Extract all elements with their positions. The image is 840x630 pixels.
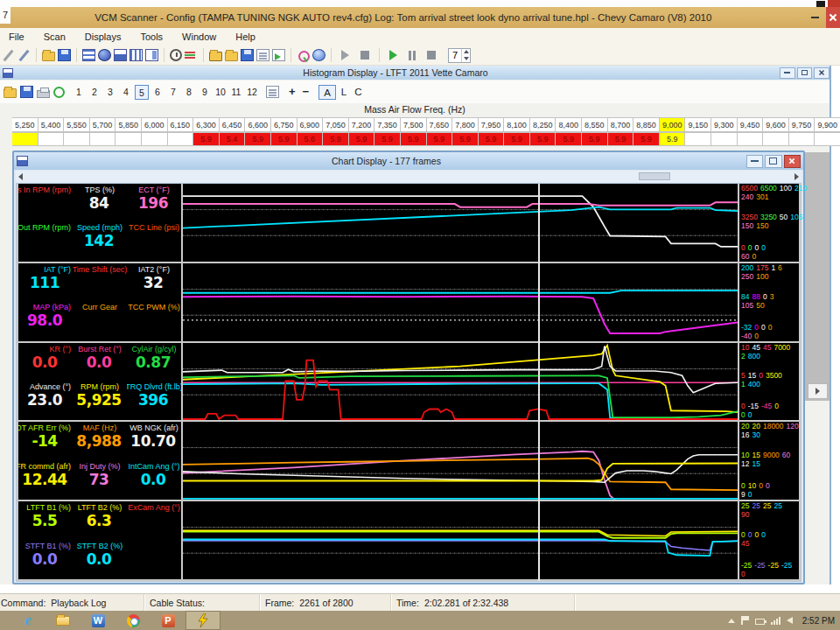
histogram-tab-5[interactable]: 5 — [135, 85, 149, 100]
histogram-zoom-in-button[interactable]: + — [286, 85, 298, 99]
taskbar-ie-button[interactable]: e — [10, 611, 46, 630]
histogram-cell[interactable] — [815, 132, 840, 146]
histogram-print-icon[interactable] — [37, 90, 50, 98]
histogram-cell[interactable]: 5.9 — [427, 132, 453, 146]
histogram-tab-2[interactable]: 2 — [88, 85, 102, 100]
histogram-cell[interactable] — [142, 132, 168, 146]
histogram-cell[interactable]: 5.9 — [608, 132, 634, 146]
histogram-close-button[interactable] — [814, 67, 830, 79]
histogram-minimize-button[interactable] — [780, 67, 795, 79]
menu-scan[interactable]: Scan — [40, 30, 69, 44]
histogram-cell[interactable] — [711, 132, 738, 146]
chart-scroll-thumb[interactable] — [639, 172, 670, 180]
special-functions-icon[interactable] — [297, 49, 310, 61]
histogram-cell[interactable] — [64, 132, 90, 146]
histogram-zoom-out-button[interactable]: − — [300, 85, 312, 99]
histogram-restore-button[interactable] — [797, 67, 813, 79]
grid-display-icon[interactable] — [130, 49, 143, 61]
histogram-tab-1[interactable]: 1 — [72, 85, 86, 100]
taskbar-powerpoint-button[interactable]: P — [150, 611, 186, 630]
histogram-tab-11[interactable]: 11 — [229, 85, 243, 100]
spinner-arrows[interactable] — [461, 49, 470, 62]
chart-close-button[interactable] — [784, 155, 801, 168]
histogram-cell[interactable]: 5.4 — [220, 132, 246, 146]
histogram-cell[interactable] — [738, 132, 764, 146]
histogram-mode-a-button[interactable]: A — [318, 85, 336, 100]
histogram-cell[interactable] — [763, 132, 789, 146]
histogram-tab-6[interactable]: 6 — [150, 85, 164, 100]
action-center-icon[interactable] — [741, 616, 749, 625]
network-icon[interactable] — [771, 616, 780, 625]
open-recent-icon[interactable] — [225, 52, 238, 61]
vehicle-info-icon[interactable] — [312, 49, 326, 61]
stopwatch-icon[interactable] — [170, 49, 182, 61]
histogram-cell[interactable]: 5.9 — [582, 132, 608, 146]
histogram-tab-12[interactable]: 12 — [245, 85, 259, 100]
table-display-icon[interactable] — [82, 49, 95, 61]
save-config-icon[interactable] — [58, 49, 71, 61]
histogram-cell[interactable]: 5.6 — [298, 132, 324, 146]
save-log-icon[interactable] — [241, 49, 254, 61]
histogram-cell[interactable]: 5.9 — [349, 132, 375, 146]
chart-plot-area[interactable] — [183, 501, 738, 579]
play-disabled-icon[interactable] — [341, 50, 349, 60]
log-info-icon[interactable] — [256, 49, 270, 61]
histogram-cell[interactable]: 5.9 — [323, 132, 349, 146]
play-log-icon[interactable] — [389, 50, 397, 60]
histogram-tab-7[interactable]: 7 — [166, 85, 180, 100]
taskbar-word-button[interactable]: W — [80, 611, 116, 630]
pause-log-icon[interactable] — [409, 51, 416, 60]
edit-scan-icon[interactable] — [18, 49, 31, 61]
scroll-left-icon[interactable] — [18, 173, 23, 180]
histogram-save-icon[interactable] — [20, 86, 33, 98]
histogram-tab-3[interactable]: 3 — [103, 85, 117, 100]
taskbar-chrome-button[interactable] — [116, 611, 150, 630]
volume-icon[interactable] — [787, 617, 793, 624]
open-log-icon[interactable] — [209, 52, 222, 61]
histogram-mode-l-button[interactable]: L — [339, 85, 349, 100]
histogram-cell[interactable] — [12, 132, 38, 146]
histogram-cell[interactable]: 5.9 — [634, 132, 660, 146]
histogram-open-icon[interactable] — [4, 88, 17, 98]
histogram-cell[interactable]: 5.9 — [193, 132, 220, 146]
battery-icon[interactable] — [755, 619, 765, 625]
histogram-display-icon[interactable] — [114, 49, 127, 61]
chart-plot-area[interactable] — [183, 263, 738, 341]
chart-plot-area[interactable] — [183, 422, 738, 500]
edit-tune-icon[interactable] — [2, 49, 15, 61]
chart-plot-area[interactable] — [183, 343, 738, 421]
chart-minimize-button[interactable] — [746, 155, 763, 168]
close-button[interactable] — [826, 7, 840, 28]
chart-scrollbar[interactable] — [16, 171, 802, 182]
chart-plot-area[interactable] — [183, 184, 738, 262]
histogram-cell[interactable]: 5.9 — [401, 132, 427, 146]
histogram-copy-icon[interactable] — [266, 86, 279, 98]
histogram-tab-8[interactable]: 8 — [182, 85, 196, 100]
minimize-button[interactable] — [807, 10, 823, 24]
histogram-cell[interactable]: 5.9 — [374, 132, 401, 146]
spin-down-icon[interactable] — [464, 57, 469, 60]
histogram-cell[interactable] — [90, 132, 116, 146]
gauge-display-icon[interactable] — [98, 49, 111, 61]
tray-expand-icon[interactable] — [728, 619, 735, 623]
histogram-cell[interactable]: 5.9 — [660, 132, 686, 146]
menu-help[interactable]: Help — [232, 30, 259, 44]
spin-up-icon[interactable] — [464, 50, 469, 53]
histogram-tab-9[interactable]: 9 — [198, 85, 212, 100]
histogram-cell[interactable] — [789, 132, 816, 146]
chart-display-icon[interactable] — [145, 49, 158, 61]
chart-cursor-line[interactable] — [538, 184, 540, 581]
histogram-cell[interactable]: 5.9 — [504, 132, 530, 146]
menu-displays[interactable]: Displays — [81, 30, 125, 44]
histogram-cell[interactable] — [685, 132, 711, 146]
histogram-mode-c-button[interactable]: C — [352, 85, 364, 100]
open-config-icon[interactable] — [42, 52, 55, 61]
histogram-tab-4[interactable]: 4 — [119, 85, 133, 100]
clock[interactable]: 2:52 PM — [802, 616, 835, 626]
taskbar-vcm-scanner-button[interactable] — [186, 611, 220, 630]
chart-restore-button[interactable] — [765, 155, 781, 168]
dtc-icon[interactable] — [185, 49, 198, 61]
scroll-right-icon[interactable] — [794, 173, 799, 180]
stop-log-icon[interactable] — [427, 51, 436, 60]
histogram-cell[interactable] — [168, 132, 194, 146]
